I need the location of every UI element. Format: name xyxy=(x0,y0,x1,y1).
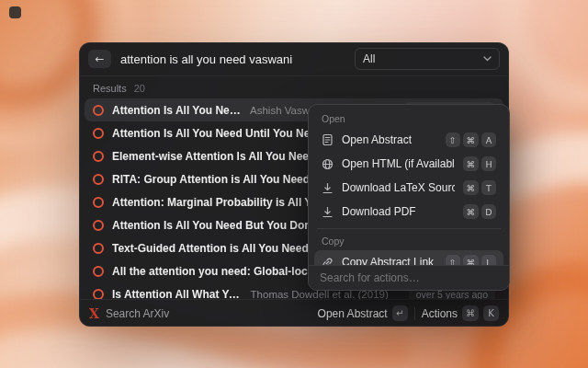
footer-actions: Open Abstract ↵ Actions ⌘ K xyxy=(318,305,499,321)
arxiv-ring-icon xyxy=(93,266,104,277)
t-key-icon: T xyxy=(481,180,496,195)
cmd-key-icon: ⌘ xyxy=(463,255,480,265)
cmd-key-icon: ⌘ xyxy=(462,305,479,321)
actions-search-input[interactable] xyxy=(320,271,498,284)
d-key-icon: D xyxy=(481,204,496,219)
action-label: Download PDF xyxy=(342,205,455,218)
arxiv-ring-icon xyxy=(93,128,104,139)
actions-panel-body: Open Open Abstract ⇧ ⌘ A Open HTML (if A… xyxy=(309,105,509,265)
action-download-latex[interactable]: Download LaTeX Source ⌘ T xyxy=(314,176,503,200)
h-key-icon: H xyxy=(481,156,496,171)
result-title: Is Attention All What You Need? -- An Em… xyxy=(112,288,243,300)
actions-panel: Open Open Abstract ⇧ ⌘ A Open HTML (if A… xyxy=(308,104,510,291)
extension-name: Search ArXiv xyxy=(106,307,169,320)
arxiv-ring-icon xyxy=(93,105,104,116)
filter-value: All xyxy=(363,52,375,65)
cmd-key-icon: ⌘ xyxy=(463,132,480,147)
link-icon xyxy=(322,257,334,266)
chevron-down-icon xyxy=(483,56,492,62)
footer-divider xyxy=(414,307,415,320)
action-label: Download LaTeX Source xyxy=(342,181,455,194)
arxiv-ring-icon xyxy=(93,197,104,208)
footer: X Search ArXiv Open Abstract ↵ Actions ⌘… xyxy=(79,299,509,327)
back-arrow-icon: ← xyxy=(95,53,104,64)
globe-icon xyxy=(322,158,334,170)
actions-label: Actions xyxy=(422,307,458,320)
k-key-icon: K xyxy=(483,305,499,321)
shift-key-icon: ⇧ xyxy=(446,255,460,265)
action-label: Open HTML (if Available) xyxy=(342,157,455,170)
results-count: 20 xyxy=(134,83,145,94)
cmd-key-icon: ⌘ xyxy=(463,204,480,219)
action-label: Copy Abstract Link xyxy=(342,256,437,265)
desktop-corner-shape xyxy=(9,6,21,18)
filter-dropdown[interactable]: All xyxy=(355,48,500,70)
arxiv-logo-icon: X xyxy=(89,306,99,321)
arxiv-ring-icon xyxy=(93,243,104,254)
a-key-icon: A xyxy=(481,132,496,147)
section-title-open: Open xyxy=(314,107,503,128)
section-title-copy: Copy xyxy=(314,229,503,250)
back-button[interactable]: ← xyxy=(88,50,111,68)
action-copy-abstract-link[interactable]: Copy Abstract Link ⇧ ⌘ L xyxy=(314,250,503,265)
titlebar: ← attention is all you need vaswani All xyxy=(79,42,509,76)
action-open-html[interactable]: Open HTML (if Available) ⌘ H xyxy=(314,152,503,176)
download-icon xyxy=(322,182,334,194)
action-download-pdf[interactable]: Download PDF ⌘ D xyxy=(314,200,503,224)
results-label: Results xyxy=(93,83,127,94)
shortcut-keys: ⇧ ⌘ L xyxy=(446,255,497,265)
cmd-key-icon: ⌘ xyxy=(463,156,480,171)
shortcut-keys: ⌘ D xyxy=(463,204,497,219)
shortcut-keys: ⌘ H xyxy=(463,156,497,171)
cmd-key-icon: ⌘ xyxy=(463,180,480,195)
document-icon xyxy=(322,133,334,146)
shift-key-icon: ⇧ xyxy=(446,132,460,147)
download-icon xyxy=(322,206,334,218)
result-title: Attention Is All You Need xyxy=(112,104,242,117)
l-key-icon: L xyxy=(481,255,496,265)
actions-search xyxy=(309,265,509,290)
shortcut-keys: ⇧ ⌘ A xyxy=(446,132,497,147)
result-title: Element-wise Attention Is All You Need xyxy=(112,150,315,163)
arxiv-ring-icon xyxy=(93,151,104,162)
search-input[interactable]: attention is all you need vaswani xyxy=(120,52,345,66)
return-key-icon: ↵ xyxy=(392,305,408,321)
action-label: Open Abstract xyxy=(342,133,437,146)
results-header: Results 20 xyxy=(79,76,509,98)
primary-action-button[interactable]: Open Abstract ↵ xyxy=(318,305,408,321)
arxiv-ring-icon xyxy=(93,220,104,231)
arxiv-ring-icon xyxy=(93,289,104,300)
actions-button[interactable]: Actions ⌘ K xyxy=(422,305,499,321)
arxiv-ring-icon xyxy=(93,174,104,185)
action-open-abstract[interactable]: Open Abstract ⇧ ⌘ A xyxy=(314,128,503,152)
shortcut-keys: ⌘ T xyxy=(463,180,497,195)
primary-action-label: Open Abstract xyxy=(318,307,388,320)
